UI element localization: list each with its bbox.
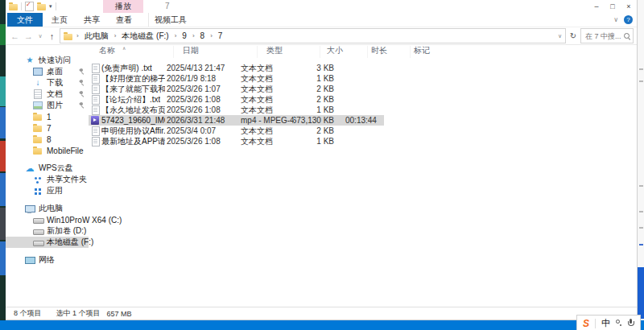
file-row[interactable]: 【永久地址发布页... 2025/3/26 1:08 文本文档 1 KB (89, 105, 637, 115)
file-row[interactable]: 【好用便宜的梯子... 2026/1/9 8:18 文本文档 1 KB (89, 73, 637, 84)
file-row[interactable]: 【论坛介绍】.txt 2025/3/26 1:08 文本文档 2 KB (89, 94, 637, 105)
breadcrumb-item[interactable]: 8 (199, 31, 207, 40)
file-duration-cell (342, 136, 384, 146)
sidebar-item[interactable]: 共享文件夹 (6, 174, 89, 185)
back-button[interactable]: ← (9, 31, 21, 41)
sidebar-item[interactable]: 图片 (6, 100, 89, 111)
search-input[interactable] (584, 31, 624, 41)
column-header-size[interactable]: 大小 (320, 46, 368, 58)
file-name-cell: 57423_19660_IMG... (89, 115, 165, 126)
selection-count: 选中 1 个项目 (56, 308, 101, 319)
breadcrumb-item[interactable]: 9 (180, 31, 188, 40)
sidebar-item[interactable]: WPS云盘 (6, 163, 89, 174)
sidebar-item[interactable]: 网络 (6, 254, 89, 266)
column-header-date[interactable]: 日期 (174, 46, 258, 58)
breadcrumb-separator: › (75, 32, 80, 39)
sidebar-item[interactable]: 1 (6, 111, 89, 122)
sidebar-item[interactable]: 8 (6, 134, 89, 145)
pin-icon (79, 80, 85, 86)
sidebar-item[interactable]: 新加卷 (D:) (6, 225, 89, 237)
sidebar-item-icon (33, 146, 43, 155)
checkbox-doc-icon[interactable] (25, 2, 34, 11)
ime-tools-icon[interactable] (616, 320, 621, 327)
column-header-duration[interactable]: 时长 (368, 46, 411, 58)
column-header-tags[interactable]: 标记 (411, 46, 459, 58)
tab-file[interactable]: 文件 (7, 13, 43, 27)
breadcrumb-item[interactable]: 7 (217, 31, 225, 40)
file-icon (91, 74, 99, 83)
file-tags-cell (384, 63, 432, 73)
file-date-cell: 2026/1/9 8:18 (165, 73, 241, 84)
ribbon-tab[interactable]: 主页 (44, 13, 75, 27)
file-type-cell: 文本文档 (241, 73, 294, 84)
sidebar-item[interactable]: Win10ProW X64 (C:) (6, 214, 89, 225)
microphone-icon[interactable] (627, 319, 634, 328)
window-content: 快速访问 桌面 下载 (6, 45, 637, 307)
app-folder-icon (9, 4, 18, 10)
sidebar-item-icon (33, 238, 43, 247)
address-bar[interactable]: › 此电脑› 本地磁盘 (F:)› 9› 8› 7 ∨ (60, 28, 566, 43)
window-controls: – □ × (588, 0, 637, 12)
sidebar-item[interactable]: 桌面 (6, 66, 89, 77)
file-duration-cell: 00:13:44 (342, 115, 384, 126)
breadcrumb-separator: › (113, 32, 118, 39)
ribbon-collapse-icon[interactable]: ∨ (613, 16, 618, 23)
sidebar-item-icon (33, 216, 43, 225)
file-row[interactable]: (免责声明) .txt 2025/4/13 21:47 文本文档 3 KB (89, 63, 637, 73)
tab-video-tools[interactable]: 视频工具 (148, 13, 192, 27)
refresh-icon[interactable]: ↻ (568, 31, 579, 40)
file-name-cell: 【好用便宜的梯子... (89, 73, 165, 84)
pin-icon (79, 91, 85, 97)
column-header-name[interactable]: ∧名称 (89, 46, 174, 58)
customize-toolbar-caret-icon[interactable]: ▾ (49, 3, 52, 10)
file-duration-cell (342, 126, 384, 136)
close-button[interactable]: × (621, 0, 637, 12)
sidebar-item[interactable]: 文档 (6, 89, 89, 100)
file-name-cell: 【来了就能下载和... (89, 84, 165, 94)
ribbon-tab[interactable]: 共享 (76, 13, 107, 27)
minimize-button[interactable]: – (588, 0, 605, 12)
column-header-type[interactable]: 类型 (258, 46, 320, 58)
sogou-logo-icon[interactable]: S (583, 319, 589, 328)
file-type-cell: 文本文档 (241, 105, 294, 115)
explorer-window: ▾ 播放 7 – □ × 文件 主页 共享 查看 视频工具 (6, 0, 638, 320)
history-dropdown-icon[interactable]: ∨ (36, 33, 44, 39)
up-button[interactable]: ↑ (46, 31, 58, 41)
folder-icon[interactable] (37, 4, 46, 10)
sidebar-item[interactable]: MobileFile (6, 145, 89, 156)
sidebar-item[interactable]: 本地磁盘 (F:) (6, 237, 89, 248)
maximize-button[interactable]: □ (605, 0, 621, 12)
ribbon-tab[interactable]: 查看 (109, 13, 139, 27)
breadcrumb-item[interactable]: 本地磁盘 (F:) (120, 31, 170, 42)
file-icon (91, 116, 99, 125)
file-icon (91, 64, 99, 72)
file-size-cell: 1 KB (294, 73, 342, 84)
desktop-edge (0, 0, 6, 330)
sidebar-item[interactable]: 下载 (6, 77, 89, 89)
file-duration-cell (342, 63, 384, 73)
sidebar-item-icon (33, 135, 43, 144)
forward-button[interactable]: → (23, 31, 35, 41)
address-dropdown-icon[interactable]: ∨ (558, 33, 562, 39)
file-row[interactable]: 【来了就能下载和... 2025/3/26 1:07 文本文档 2 KB (89, 84, 637, 94)
breadcrumb-item[interactable]: 此电脑 (83, 31, 110, 42)
sidebar-item[interactable]: 7 (6, 122, 89, 134)
sort-ascending-icon: ∧ (122, 45, 126, 51)
file-rows: (免责声明) .txt 2025/4/13 21:47 文本文档 3 KB 【好… (89, 63, 637, 146)
help-icon[interactable]: ? (624, 15, 633, 24)
sidebar-item[interactable]: 应用 (6, 185, 89, 196)
file-tags-cell (384, 136, 432, 146)
sidebar-item-icon (33, 90, 43, 99)
sidebar-item-label: 文档 (47, 89, 63, 100)
file-name-cell: 【永久地址发布页... (89, 105, 165, 115)
file-row[interactable]: 最新地址及APP请... 2025/3/26 1:08 文本文档 1 KB (89, 136, 637, 146)
file-row[interactable]: 57423_19660_IMG... 2026/3/31 21:48 mp4 -… (89, 115, 637, 126)
file-tags-cell (384, 84, 432, 94)
search-icon[interactable] (624, 33, 630, 39)
sidebar-item[interactable]: 快速访问 (6, 55, 89, 66)
ime-language-indicator[interactable]: 中 (601, 319, 610, 328)
sidebar-item[interactable]: 此电脑 (6, 203, 89, 214)
sidebar-item-label: WPS云盘 (39, 163, 73, 174)
breadcrumb-separator: › (191, 32, 196, 39)
file-row[interactable]: 申明使用协议Affir... 2025/3/4 0:07 文本文档 2 KB (89, 126, 637, 136)
